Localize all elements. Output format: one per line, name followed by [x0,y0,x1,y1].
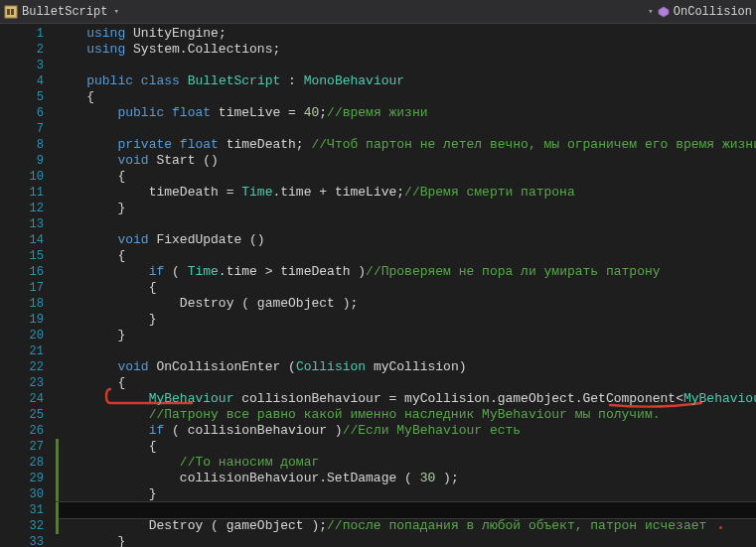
token-pl: collisionBehaviour = myCollision.gameObj… [233,391,682,406]
token-pl: { [117,169,125,184]
code-line[interactable] [56,121,756,137]
line-number: 4 [0,73,44,89]
code-line[interactable] [56,343,756,359]
token-kw: class [141,73,180,88]
indent [56,455,180,470]
code-line[interactable]: if ( collisionBehaviour )//Если MyBehavi… [56,423,756,439]
code-line[interactable]: void OnCollisionEnter (Collision myColli… [56,359,756,375]
indent [56,328,117,342]
indent [56,264,149,279]
token-pl: .time + timeLive; [272,185,404,200]
token-pl: UnityEngine [133,26,219,41]
code-line[interactable]: { [56,248,756,264]
indent [56,232,117,247]
indent [56,153,117,168]
token-kw: void [117,232,148,247]
indent [56,296,180,311]
token-kw: float [180,137,219,152]
token-type: MyBehaviour [149,391,234,406]
indent [56,73,86,88]
token-pl: OnCollisionEnter ( [149,359,296,374]
token-kw: public [86,73,133,88]
line-number: 13 [0,216,44,232]
code-line[interactable]: Destroy ( gameObject ); [56,296,756,312]
token-pl: System.Collections [133,42,272,57]
token-pl: { [117,375,125,390]
code-line[interactable]: } [56,534,756,547]
code-line[interactable]: collisionBehaviour.SetDamage ( 30 ); [56,471,756,486]
token-pl: ; [219,26,227,41]
line-number: 20 [0,328,44,343]
indent [56,534,117,547]
chevron-down-icon[interactable]: ▾ [648,6,653,17]
code-line[interactable] [56,502,756,518]
code-line[interactable]: timeDeath = Time.time + timeLive;//Время… [56,185,756,201]
indent [56,201,117,215]
code-line[interactable]: public class BulletScript : MonoBehaviou… [56,73,756,89]
token-kw: if [149,423,165,438]
code-line[interactable]: } [56,328,756,343]
code-editor[interactable]: 1234567891011121314151617181920212223242… [0,24,756,547]
token-pl: FixedUpdate () [149,232,265,247]
code-line[interactable]: { [56,375,756,391]
code-line[interactable]: } [56,201,756,216]
code-line[interactable]: MyBehaviour collisionBehaviour = myColli… [56,391,756,407]
token-pl [133,73,141,88]
code-line[interactable]: { [56,89,756,105]
token-pl: ); [435,471,458,485]
change-marker [56,439,59,455]
indent [56,280,149,295]
line-number: 3 [0,58,44,73]
line-number: 27 [0,439,44,455]
code-line[interactable]: private float timeDeath; //Чтоб партон н… [56,137,756,153]
code-line[interactable]: { [56,280,756,296]
indent [56,89,86,104]
code-line[interactable]: //То наносим домаг [56,455,756,471]
code-line[interactable]: if ( Time.time > timeDeath )//Проверяем … [56,264,756,280]
line-number: 22 [0,359,44,375]
token-kw: using [86,42,125,57]
chevron-down-icon[interactable]: ▾ [113,6,118,17]
token-cm: //То наносим домаг [180,455,319,470]
token-pl [164,105,172,120]
line-number: 25 [0,407,44,423]
indent [56,42,86,57]
code-line[interactable]: void FixedUpdate () [56,232,756,248]
code-line[interactable]: public float timeLive = 40;//время жизни [56,105,756,121]
line-number: 18 [0,296,44,312]
file-tab[interactable]: BulletScript ▾ [4,5,119,19]
token-pl [125,26,133,41]
code-line[interactable]: Destroy ( gameObject );//после попадания… [56,518,756,534]
token-kw: float [172,105,211,120]
line-number: 21 [0,343,44,359]
code-line[interactable]: { [56,439,756,455]
code-line[interactable]: using UnityEngine; [56,26,756,42]
line-number: 16 [0,264,44,280]
code-line[interactable] [56,58,756,73]
code-line[interactable]: using System.Collections; [56,42,756,58]
member-dropdown[interactable]: ▾ OnCollision [646,5,752,19]
change-marker [56,455,59,471]
token-pl [172,137,180,152]
code-line[interactable] [56,216,756,232]
code-line[interactable]: } [56,312,756,328]
line-number: 14 [0,232,44,248]
code-line[interactable]: { [56,169,756,185]
token-cm: //Время смерти патрона [404,185,575,200]
token-kw: void [117,153,148,168]
indent [56,26,86,41]
code-line[interactable]: void Start () [56,153,756,169]
code-line[interactable]: //Патрону все равно какой именно наследн… [56,407,756,423]
token-pl: } [149,312,157,327]
indent [56,359,117,374]
svg-rect-1 [7,9,10,15]
token-pl [125,42,133,57]
code-area[interactable]: using UnityEngine; using System.Collecti… [56,24,756,547]
token-type: MonoBehaviour [304,73,404,88]
token-pl: } [149,486,157,501]
code-line[interactable]: } [56,486,756,502]
line-number: 1 [0,26,44,42]
token-pl: } [117,328,125,342]
line-number: 11 [0,185,44,201]
indent [56,518,149,533]
